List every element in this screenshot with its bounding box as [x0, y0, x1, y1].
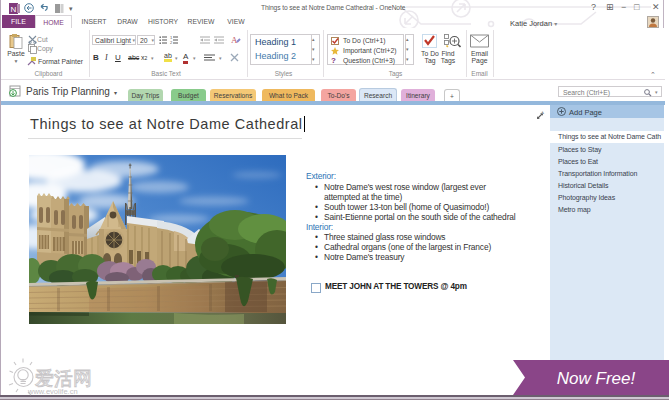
svg-text:www.evolife.cn: www.evolife.cn [27, 387, 78, 396]
svg-text:N: N [11, 5, 17, 14]
svg-text:Now Free!: Now Free! [557, 369, 636, 388]
svg-text:A: A [231, 35, 238, 45]
svg-text:2: 2 [170, 40, 173, 44]
